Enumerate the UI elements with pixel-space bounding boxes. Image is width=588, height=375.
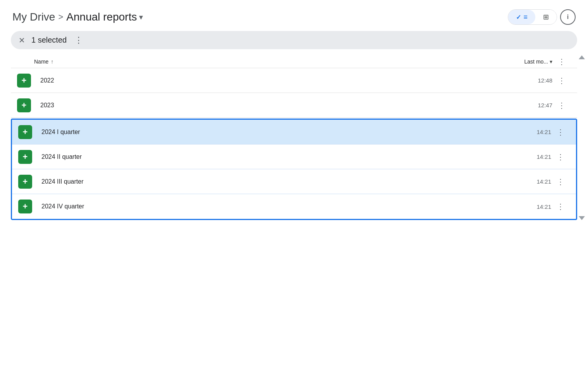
info-button[interactable]: i — [560, 9, 576, 25]
header: My Drive > Annual reports ▾ ✓ ≡ ⊞ i — [0, 0, 588, 31]
breadcrumb-current-folder[interactable]: Annual reports ▾ — [66, 11, 143, 23]
scroll-up-indicator[interactable] — [579, 55, 585, 59]
row-more-button[interactable]: ⋮ — [554, 128, 567, 136]
file-date: 14:21 — [474, 178, 551, 185]
scroll-down-indicator[interactable] — [579, 216, 585, 220]
folder-icon: + — [17, 98, 31, 112]
file-icon-col: + — [18, 150, 35, 164]
list-view-button[interactable]: ✓ ≡ — [508, 10, 535, 24]
table-row[interactable]: + 2023 12:47 ⋮ — [11, 93, 577, 118]
folder-icon: + — [18, 150, 32, 164]
file-name: 2024 I quarter — [41, 129, 474, 136]
folder-icon: + — [18, 125, 32, 139]
file-date: 14:21 — [474, 203, 551, 210]
row-more-button[interactable]: ⋮ — [555, 101, 569, 109]
lastmod-column-label[interactable]: Last mo... — [524, 58, 548, 65]
list-icon: ≡ — [523, 13, 528, 21]
selection-more-button[interactable]: ⋮ — [74, 38, 83, 43]
column-name: Name ↑ — [34, 58, 475, 65]
file-actions: ⋮ — [551, 128, 570, 136]
file-date: 14:21 — [474, 129, 551, 135]
file-actions: ⋮ — [551, 153, 570, 161]
file-name: 2024 III quarter — [41, 178, 474, 185]
file-actions: ⋮ — [551, 203, 570, 210]
row-more-button[interactable]: ⋮ — [554, 153, 567, 161]
file-icon-col: + — [17, 98, 34, 112]
table-row[interactable]: + 2022 12:48 ⋮ — [11, 68, 577, 93]
file-name: 2024 IV quarter — [41, 203, 474, 210]
breadcrumb-mydrive[interactable]: My Drive — [12, 11, 55, 23]
column-lastmodified: Last mo... ▾ — [475, 58, 552, 65]
file-actions: ⋮ — [552, 101, 571, 109]
file-icon-col: + — [18, 125, 35, 139]
folder-icon: + — [17, 74, 31, 88]
checkmark-icon: ✓ — [516, 14, 521, 21]
row-more-button[interactable]: ⋮ — [554, 203, 567, 210]
header-actions: ✓ ≡ ⊞ i — [508, 9, 576, 25]
file-icon-col: + — [18, 175, 35, 189]
file-date: 12:47 — [475, 102, 552, 108]
row-more-button[interactable]: ⋮ — [554, 178, 567, 186]
table-row[interactable]: + 2024 III quarter 14:21 ⋮ — [12, 169, 576, 194]
folder-icon: + — [18, 200, 32, 213]
file-icon-col: + — [17, 74, 34, 88]
file-date: 14:21 — [474, 153, 551, 160]
file-list-container: Name ↑ Last mo... ▾ ⋮ + 2022 12:48 ⋮ + 2… — [11, 55, 577, 220]
selection-count: 1 selected — [31, 36, 67, 45]
clear-selection-button[interactable]: ✕ — [19, 36, 25, 44]
sort-ascending-icon[interactable]: ↑ — [51, 58, 53, 65]
name-column-label[interactable]: Name — [34, 58, 48, 65]
file-date: 12:48 — [475, 77, 552, 84]
breadcrumb: My Drive > Annual reports ▾ — [12, 11, 143, 23]
column-actions: ⋮ — [552, 59, 571, 64]
file-actions: ⋮ — [551, 178, 570, 186]
grid-view-button[interactable]: ⊞ — [535, 10, 557, 24]
table-row[interactable]: + 2024 I quarter 14:21 ⋮ — [12, 120, 576, 144]
table-row[interactable]: + 2024 IV quarter 14:21 ⋮ — [12, 194, 576, 219]
lastmod-dropdown-icon[interactable]: ▾ — [550, 58, 552, 65]
row-more-button[interactable]: ⋮ — [555, 77, 569, 84]
selected-group: + 2024 I quarter 14:21 ⋮ + 2024 II quart… — [11, 119, 577, 220]
grid-icon: ⊞ — [543, 13, 549, 21]
breadcrumb-separator: > — [58, 12, 63, 22]
breadcrumb-dropdown-icon[interactable]: ▾ — [139, 12, 143, 22]
table-row[interactable]: + 2024 II quarter 14:21 ⋮ — [12, 144, 576, 169]
file-actions: ⋮ — [552, 77, 571, 84]
file-icon-col: + — [18, 200, 35, 213]
view-toggle: ✓ ≡ ⊞ — [508, 9, 557, 25]
folder-icon: + — [18, 175, 32, 189]
header-more-icon[interactable]: ⋮ — [558, 59, 566, 64]
table-header: Name ↑ Last mo... ▾ ⋮ — [11, 55, 577, 68]
file-name: 2023 — [40, 102, 475, 109]
file-name: 2022 — [40, 77, 475, 84]
selection-bar: ✕ 1 selected ⋮ — [11, 31, 577, 49]
file-name: 2024 II quarter — [41, 153, 474, 160]
